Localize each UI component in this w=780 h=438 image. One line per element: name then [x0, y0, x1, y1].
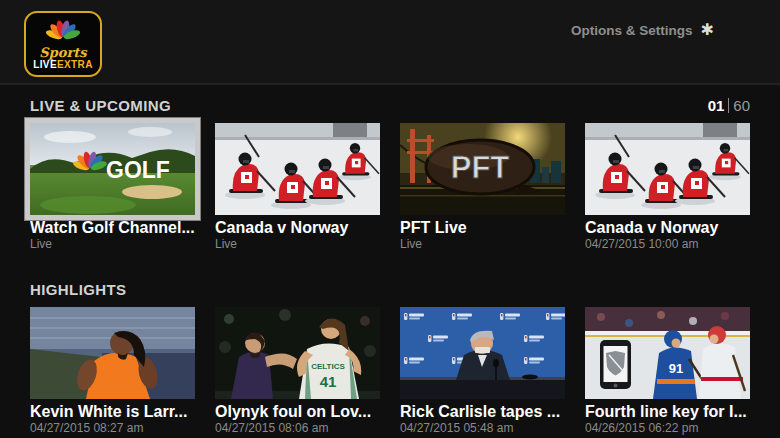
svg-text:41: 41 — [320, 373, 337, 390]
tile-subtitle: Live — [215, 238, 380, 251]
tile-title: Kevin White is Larr... — [30, 403, 195, 421]
tile-fourth-line[interactable]: 91 Fourth line key for I... 04/26/20 — [585, 307, 750, 435]
thumbnail-sledge-hockey — [585, 123, 750, 215]
options-settings-label: Options & Settings — [571, 23, 693, 38]
live-upcoming-carousel: GOLF Watch Golf Channel... Live — [30, 123, 750, 251]
main-content: LIVE & UPCOMING 01 60 — [0, 85, 780, 435]
counter-divider — [728, 98, 729, 113]
tile-subtitle: 04/26/2015 06:22 pm — [585, 422, 750, 435]
tile-pft-live[interactable]: PFT PFT Live Live — [400, 123, 565, 251]
tile-title: Fourth line key for I... — [585, 403, 750, 421]
options-settings-button[interactable]: Options & Settings ✱ — [571, 22, 714, 38]
tile-subtitle: 04/27/2015 08:06 am — [215, 422, 380, 435]
tile-title: Canada v Norway — [215, 219, 380, 237]
tile-subtitle: 04/27/2015 10:00 am — [585, 238, 750, 251]
tile-canada-v-norway-upcoming[interactable]: Canada v Norway 04/27/2015 10:00 am — [585, 123, 750, 251]
svg-text:CELTICS: CELTICS — [311, 362, 345, 371]
tile-title: PFT Live — [400, 219, 565, 237]
tile-rick-carlisle[interactable]: Rick Carlisle tapes ... 04/27/2015 05:48… — [400, 307, 565, 435]
thumbnail-basketball-players: CELTICS 41 — [215, 307, 380, 399]
svg-text:91: 91 — [669, 361, 683, 376]
tile-subtitle: 04/27/2015 08:27 am — [30, 422, 195, 435]
tile-watch-golf-channel[interactable]: GOLF Watch Golf Channel... Live — [30, 123, 195, 251]
live-upcoming-header: LIVE & UPCOMING 01 60 — [30, 93, 750, 117]
tile-title: Canada v Norway — [585, 219, 750, 237]
svg-text:PFT: PFT — [451, 150, 510, 185]
tile-title: Rick Carlisle tapes ... — [400, 403, 565, 421]
tile-subtitle: Live — [30, 238, 195, 251]
svg-text:GOLF: GOLF — [106, 157, 170, 183]
thumbnail-sledge-hockey — [215, 123, 380, 215]
asterisk-icon: ✱ — [701, 22, 714, 38]
section-title-highlights: HIGHLIGHTS — [30, 281, 127, 298]
live-upcoming-section: LIVE & UPCOMING 01 60 — [30, 93, 750, 251]
thumbnail-press-conference — [400, 307, 565, 399]
tile-subtitle: 04/27/2015 05:48 am — [400, 422, 565, 435]
tile-subtitle: Live — [400, 238, 565, 251]
tile-title: Olynyk foul on Lov... — [215, 403, 380, 421]
thumbnail-nhl-hockey-with-phone: 91 — [585, 307, 750, 399]
thumbnail-sprinter — [30, 307, 195, 399]
highlights-section: HIGHLIGHTS — [30, 277, 750, 435]
thumbnail-pft-football: PFT — [400, 123, 565, 215]
counter-total: 60 — [733, 97, 750, 114]
logo-liveextra-label: LIVEEXTRA — [33, 59, 93, 70]
nbc-peacock-icon — [45, 18, 81, 44]
carousel-position-counter: 01 60 — [708, 97, 750, 114]
highlights-carousel: Kevin White is Larr... 04/27/2015 08:27 … — [30, 307, 750, 435]
section-title-live-upcoming: LIVE & UPCOMING — [30, 97, 171, 114]
tile-kevin-white[interactable]: Kevin White is Larr... 04/27/2015 08:27 … — [30, 307, 195, 435]
nbc-sports-live-extra-logo[interactable]: Sports LIVEEXTRA — [24, 11, 102, 77]
tile-canada-v-norway-live[interactable]: Canada v Norway Live — [215, 123, 380, 251]
top-bar: Sports LIVEEXTRA Options & Settings ✱ — [0, 0, 780, 85]
counter-current: 01 — [708, 97, 725, 114]
logo-sports-label: Sports — [39, 47, 86, 59]
tile-title: Watch Golf Channel... — [30, 219, 195, 237]
highlights-header: HIGHLIGHTS — [30, 277, 750, 301]
tile-olynyk-foul[interactable]: CELTICS 41 Olynyk foul on Lov... 04/27/2… — [215, 307, 380, 435]
thumbnail-golf-course: GOLF — [30, 123, 195, 215]
nbc-sports-live-extra-app: Sports LIVEEXTRA Options & Settings ✱ LI… — [0, 0, 780, 435]
